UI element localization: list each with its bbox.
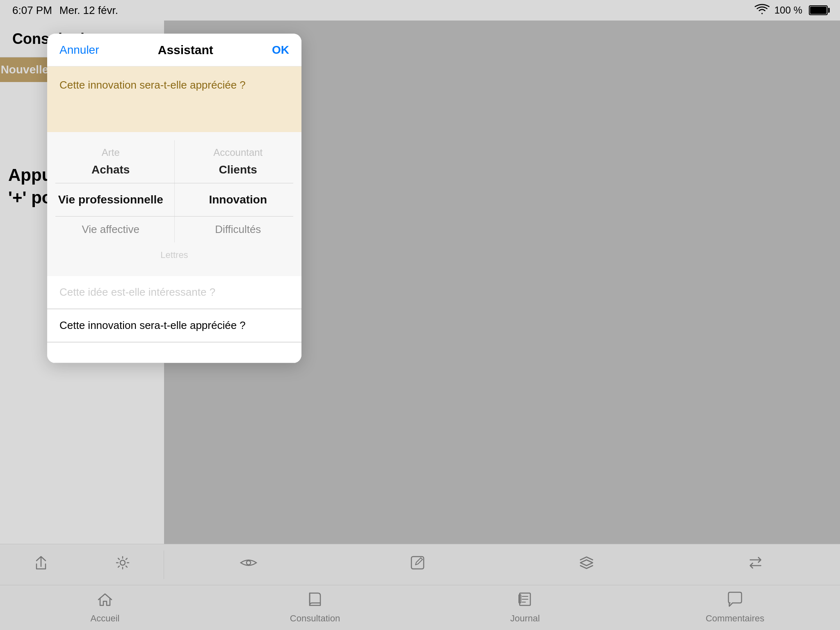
picker-col-7[interactable]: Lettres (47, 242, 301, 268)
suggestions-list: Cette idée est-elle intéressante ? Cette… (47, 276, 301, 363)
suggestion-item-3 (47, 342, 301, 363)
picker-col-6[interactable]: Difficultés (175, 217, 302, 242)
modal-title: Assistant (158, 43, 213, 57)
picker-col-3[interactable]: Vie professionnelle (47, 183, 175, 216)
picker-lettres[interactable]: Lettres (160, 247, 188, 264)
picker-row-last: Lettres (47, 242, 301, 268)
picker-vie-affective[interactable]: Vie affective (82, 221, 139, 238)
picker-row-top: Arte Achats Accountant Clients (47, 140, 301, 183)
picker-col-1[interactable]: Arte Achats (47, 140, 175, 183)
ok-button[interactable]: OK (272, 43, 289, 57)
picker-col-4[interactable]: Innovation (175, 183, 302, 216)
picker-innovation[interactable]: Innovation (209, 187, 267, 212)
picker-difficultes[interactable]: Difficultés (215, 221, 261, 238)
question-text: Cette innovation sera-t-elle appréciée ? (59, 79, 246, 91)
question-area: Cette innovation sera-t-elle appréciée ? (47, 66, 301, 132)
assistant-modal: Annuler Assistant OK Cette innovation se… (47, 34, 301, 363)
modal-header: Annuler Assistant OK (47, 34, 301, 66)
picker-above-2: Accountant (213, 144, 262, 161)
picker-row-middle: Vie professionnelle Innovation (47, 183, 301, 216)
picker-above-1: Arte (102, 144, 120, 161)
category-picker[interactable]: Arte Achats Accountant Clients Vie profe… (47, 132, 301, 276)
suggestion-item-2[interactable]: Cette innovation sera-t-elle appréciée ? (47, 309, 301, 342)
cancel-button[interactable]: Annuler (59, 43, 99, 57)
picker-col-2[interactable]: Accountant Clients (175, 140, 302, 183)
picker-vie-pro[interactable]: Vie professionnelle (58, 187, 163, 212)
picker-selected-2[interactable]: Clients (219, 161, 257, 179)
suggestion-item-1[interactable]: Cette idée est-elle intéressante ? (47, 276, 301, 309)
picker-col-5[interactable]: Vie affective (47, 217, 175, 242)
picker-selected-1[interactable]: Achats (91, 161, 130, 179)
picker-row-bottom: Vie affective Difficultés (47, 217, 301, 242)
